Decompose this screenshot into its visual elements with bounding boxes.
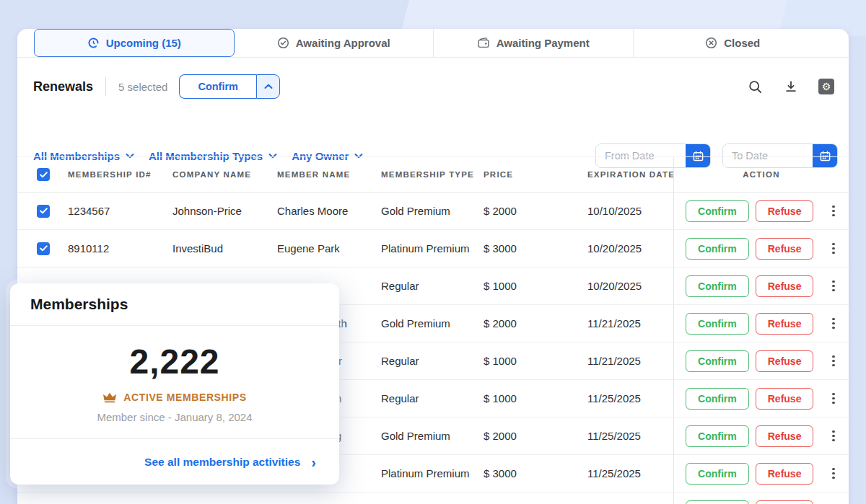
price-cell: $ 1000 <box>484 392 587 404</box>
refuse-button[interactable]: Refuse <box>756 350 814 372</box>
membership-type-cell: Regular <box>381 392 484 404</box>
row-checkbox[interactable] <box>37 205 50 218</box>
kebab-menu-button[interactable] <box>830 241 837 257</box>
confirm-button[interactable]: Confirm <box>686 200 749 222</box>
table-row: 8910112 InvestiBud Eugene Park Platinum … <box>17 230 849 268</box>
refuse-button[interactable]: Refuse <box>756 238 814 260</box>
action-cell: Confirm Refuse <box>673 268 849 304</box>
membership-type-cell: Regular <box>381 280 484 292</box>
member-name-cell: Charles Moore <box>277 205 381 217</box>
action-cell: Confirm Refuse <box>673 230 849 267</box>
link-label: See all membership activities <box>144 456 300 469</box>
selected-count: 5 selected <box>118 81 167 93</box>
toolbar: Renewals 5 selected Confirm <box>17 72 849 101</box>
membership-id-cell: 1234567 <box>68 205 172 217</box>
action-cell: Confirm Refuse <box>673 417 849 454</box>
kebab-menu-button[interactable] <box>830 466 837 482</box>
refuse-button[interactable]: Refuse <box>756 425 814 447</box>
action-cell: Confirm Refuse <box>673 492 849 504</box>
expiration-date-cell: 11/25/2025 <box>587 392 673 404</box>
column-header-action: ACTION <box>673 157 849 192</box>
membership-type-cell: Regular <box>381 355 484 367</box>
memberships-card-body: 2,222 ACTIVE MEMBERSHIPS Member since - … <box>10 326 339 439</box>
toolbar-actions: ⚙︎ <box>747 79 834 95</box>
confirm-dropdown-toggle[interactable] <box>256 74 280 99</box>
check-circle-icon <box>277 37 289 49</box>
memberships-card: Memberships 2,222 ACTIVE MEMBERSHIPS Mem… <box>10 283 339 485</box>
confirm-split-button: Confirm <box>179 74 280 99</box>
kebab-menu-button[interactable] <box>830 316 837 332</box>
tab-awaiting-payment[interactable]: Awaiting Payment <box>433 29 633 57</box>
chevron-right-icon: › <box>311 455 316 469</box>
kebab-menu-button[interactable] <box>830 278 837 294</box>
membership-type-cell: Platinum Premium <box>381 242 484 255</box>
confirm-button[interactable]: Confirm <box>686 275 749 297</box>
expiration-date-cell: 10/10/2025 <box>587 205 673 217</box>
membership-activities-link[interactable]: See all membership activities › <box>10 439 339 485</box>
tab-awaiting-approval[interactable]: Awaiting Approval <box>235 29 434 57</box>
price-cell: $ 2000 <box>484 317 587 330</box>
table-header-row: MEMBERSHIP ID# COMPANY NAME MEMBER NAME … <box>17 156 849 193</box>
confirm-button[interactable]: Confirm <box>686 463 749 485</box>
expiration-date-cell: 10/20/2025 <box>587 280 673 292</box>
membership-type-cell: Gold Premium <box>381 317 484 330</box>
tab-bar: Upcoming (15) Awaiting Approval Awaiting… <box>17 29 849 58</box>
wallet-icon <box>477 37 490 49</box>
confirm-button[interactable]: Confirm <box>686 350 749 372</box>
tab-label: Awaiting Payment <box>497 37 590 49</box>
tab-label: Upcoming (15) <box>106 37 181 49</box>
refuse-button[interactable]: Refuse <box>756 275 814 297</box>
page-title: Renewals <box>33 79 93 94</box>
price-cell: $ 3000 <box>484 242 587 255</box>
select-all-checkbox[interactable] <box>37 168 50 181</box>
check-icon <box>40 172 48 178</box>
price-cell: $ 1000 <box>484 355 587 367</box>
refuse-button[interactable]: Refuse <box>756 200 814 222</box>
check-icon <box>40 245 48 252</box>
price-cell: $ 2000 <box>484 205 587 217</box>
column-header-membership-id: MEMBERSHIP ID# <box>68 170 172 179</box>
confirm-button[interactable]: Confirm <box>686 313 749 335</box>
download-icon <box>784 80 797 93</box>
divider <box>105 77 106 96</box>
confirm-button[interactable]: Confirm <box>686 425 749 447</box>
column-header-price: PRICE <box>484 170 587 179</box>
crown-icon <box>102 392 117 403</box>
kebab-menu-button[interactable] <box>830 428 837 444</box>
refuse-button[interactable]: Refuse <box>756 388 814 410</box>
refuse-button[interactable]: Refuse <box>756 313 814 335</box>
memberships-card-title: Memberships <box>10 283 339 326</box>
membership-id-cell: 8910112 <box>68 242 172 255</box>
membership-type-cell: Gold Premium <box>381 205 484 217</box>
confirm-button[interactable]: Confirm <box>686 500 749 504</box>
row-checkbox[interactable] <box>37 242 50 255</box>
kebab-menu-button[interactable] <box>830 391 837 407</box>
company-name-cell: Johnson-Price <box>172 205 277 217</box>
confirm-button[interactable]: Confirm <box>686 388 749 410</box>
tab-closed[interactable]: Closed <box>633 29 833 57</box>
search-icon <box>748 80 762 94</box>
search-button[interactable] <box>747 79 764 95</box>
price-cell: $ 3000 <box>484 467 587 479</box>
confirm-selected-button[interactable]: Confirm <box>179 74 256 99</box>
download-button[interactable] <box>783 79 799 94</box>
refuse-button[interactable]: Refuse <box>756 463 814 485</box>
gear-icon: ⚙︎ <box>822 81 831 92</box>
tab-upcoming[interactable]: Upcoming (15) <box>34 29 235 57</box>
kebab-menu-button[interactable] <box>830 353 837 369</box>
action-cell: Confirm Refuse <box>673 380 849 417</box>
kebab-menu-button[interactable] <box>830 203 837 219</box>
refuse-button[interactable]: Refuse <box>756 500 814 504</box>
active-memberships-count: 2,222 <box>129 342 219 381</box>
column-header-membership-type: MEMBERSHIP TYPE <box>381 170 484 179</box>
action-cell: Confirm Refuse <box>673 342 849 379</box>
settings-button[interactable]: ⚙︎ <box>818 79 834 94</box>
member-since-text: Member since - January 8, 2024 <box>97 411 252 423</box>
column-header-expiration-date: EXPIRATION DATE <box>587 170 673 179</box>
expiration-date-cell: 11/25/2025 <box>587 467 673 479</box>
confirm-button[interactable]: Confirm <box>686 238 749 260</box>
action-cell: Confirm Refuse <box>673 455 849 492</box>
tab-label: Awaiting Approval <box>296 37 390 49</box>
table-row: 1234567 Johnson-Price Charles Moore Gold… <box>17 193 849 230</box>
price-cell: $ 1000 <box>484 280 587 292</box>
